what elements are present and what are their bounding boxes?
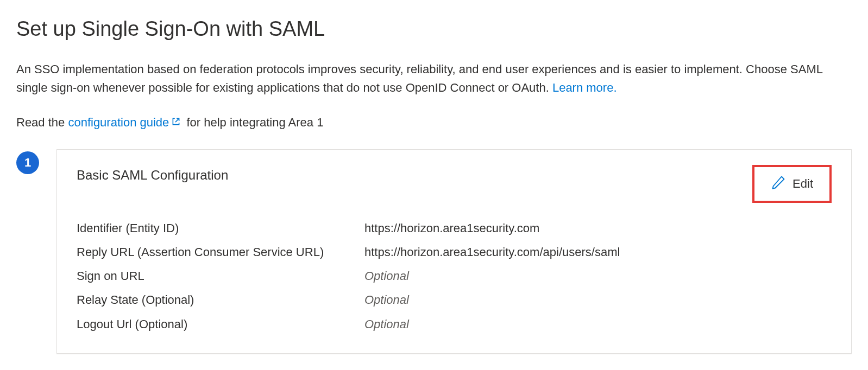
step-1-row: 1 Basic SAML Configuration Edit Identifi…: [16, 149, 852, 353]
sign-on-url-value: Optional: [364, 267, 832, 285]
basic-saml-configuration-card: Basic SAML Configuration Edit Identifier…: [56, 149, 852, 353]
pencil-icon: [771, 175, 786, 193]
logout-url-label: Logout Url (Optional): [77, 315, 364, 334]
guide-suffix: for help integrating Area 1: [183, 116, 323, 129]
configuration-guide-line: Read the configuration guide for help in…: [16, 113, 852, 132]
card-header: Basic SAML Configuration Edit: [77, 165, 832, 203]
reply-url-label: Reply URL (Assertion Consumer Service UR…: [77, 243, 364, 261]
page-description: An SSO implementation based on federatio…: [16, 60, 842, 97]
learn-more-link[interactable]: Learn more.: [552, 81, 617, 94]
card-title: Basic SAML Configuration: [77, 165, 228, 185]
edit-button-label: Edit: [792, 177, 813, 191]
page-title: Set up Single Sign-On with SAML: [16, 13, 852, 45]
identifier-value: https://horizon.area1security.com: [364, 219, 832, 238]
sign-on-url-label: Sign on URL: [77, 267, 364, 285]
edit-button[interactable]: Edit: [752, 165, 832, 203]
configuration-guide-link[interactable]: configuration guide: [68, 116, 183, 129]
logout-url-value: Optional: [364, 315, 832, 334]
external-link-icon: [171, 113, 181, 132]
reply-url-value: https://horizon.area1security.com/api/us…: [364, 243, 832, 261]
relay-state-value: Optional: [364, 291, 832, 309]
relay-state-label: Relay State (Optional): [77, 291, 364, 309]
guide-link-text: configuration guide: [68, 116, 169, 129]
saml-config-grid: Identifier (Entity ID) https://horizon.a…: [77, 219, 832, 333]
guide-prefix: Read the: [16, 116, 68, 129]
identifier-label: Identifier (Entity ID): [77, 219, 364, 238]
step-number-badge: 1: [16, 151, 39, 174]
description-text: An SSO implementation based on federatio…: [16, 62, 822, 94]
